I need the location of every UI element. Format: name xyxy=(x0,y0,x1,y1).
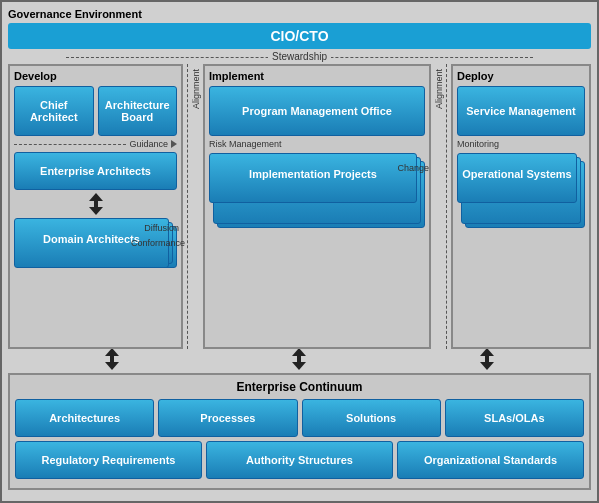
chief-architect-box: Chief Architect xyxy=(14,86,94,136)
main-sections: Develop Chief Architect Architecture Boa… xyxy=(8,64,591,349)
ops-systems-box: Operational Systems xyxy=(457,153,577,203)
ec-processes: Processes xyxy=(158,399,297,437)
implement-section: Implement Program Management Office Risk… xyxy=(203,64,431,349)
architecture-board-box: Architecture Board xyxy=(98,86,178,136)
up-arrow-icon xyxy=(89,193,103,201)
deploy-label: Deploy xyxy=(457,70,585,82)
guidance-row: Guidance xyxy=(14,139,177,149)
ec-label: Enterprise Continuum xyxy=(15,380,584,394)
right-double-arrow xyxy=(480,348,494,370)
left-alignment-sidebar: Alignment xyxy=(187,64,203,349)
diffusion-label: Diffusion xyxy=(144,223,179,233)
governance-title: Governance Environment xyxy=(8,8,591,20)
up-arrow-3 xyxy=(480,348,494,356)
up-arrow-2 xyxy=(292,348,306,356)
down-arrow-icon xyxy=(89,207,103,215)
down-arrow-1 xyxy=(105,362,119,370)
guidance-label: Guidance xyxy=(129,139,168,149)
cio-bar: CIO/CTO xyxy=(8,23,591,49)
change-label: Change xyxy=(397,163,429,173)
monitoring-label: Monitoring xyxy=(457,139,585,149)
ec-org-standards: Organizational Standards xyxy=(397,441,584,479)
conformance-label: Conformance xyxy=(131,238,185,248)
ec-solutions: Solutions xyxy=(302,399,441,437)
implement-label: Implement xyxy=(209,70,425,82)
ec-slas: SLAs/OLAs xyxy=(445,399,584,437)
up-arrow-1 xyxy=(105,348,119,356)
ec-authority: Authority Structures xyxy=(206,441,393,479)
left-double-arrow xyxy=(105,348,119,370)
ec-architectures: Architectures xyxy=(15,399,154,437)
impl-projects-box: Implementation Projects xyxy=(209,153,417,203)
develop-section: Develop Chief Architect Architecture Boa… xyxy=(8,64,183,349)
risk-mgmt-label: Risk Management xyxy=(209,139,425,149)
center-double-arrow xyxy=(292,348,306,370)
governance-environment: Governance Environment CIO/CTO Stewardsh… xyxy=(0,0,599,503)
develop-top-boxes: Chief Architect Architecture Board xyxy=(14,86,177,136)
stewardship-label: Stewardship xyxy=(268,51,331,62)
impl-projects-container: Implementation Projects Change xyxy=(209,153,425,228)
down-arrow-2 xyxy=(292,362,306,370)
right-alignment-label: Alignment xyxy=(434,69,444,109)
left-alignment-label: Alignment xyxy=(191,69,201,109)
implement-with-alignment: Alignment Implement Program Management O… xyxy=(187,64,447,349)
down-arrow-3 xyxy=(480,362,494,370)
arrows-row xyxy=(8,349,591,369)
ops-systems-container: Operational Systems xyxy=(457,153,585,228)
program-mgmt-box: Program Management Office xyxy=(209,86,425,136)
right-alignment-sidebar: Alignment xyxy=(431,64,447,349)
guidance-arrow xyxy=(171,140,177,148)
enterprise-continuum: Enterprise Continuum Architectures Proce… xyxy=(8,373,591,490)
stewardship-row: Stewardship xyxy=(8,51,591,62)
develop-label: Develop xyxy=(14,70,177,82)
ea-double-arrow xyxy=(89,193,103,215)
deploy-section: Deploy Service Management Monitoring Ope… xyxy=(451,64,591,349)
ec-row-1: Architectures Processes Solutions SLAs/O… xyxy=(15,399,584,437)
service-mgmt-box: Service Management xyxy=(457,86,585,136)
enterprise-architects-box: Enterprise Architects xyxy=(14,152,177,190)
ec-row-2: Regulatory Requirements Authority Struct… xyxy=(15,441,584,479)
ea-arrows xyxy=(14,193,177,215)
ec-regulatory: Regulatory Requirements xyxy=(15,441,202,479)
domain-architects-container: Domain Architects Diffusion Conformance xyxy=(14,218,177,268)
